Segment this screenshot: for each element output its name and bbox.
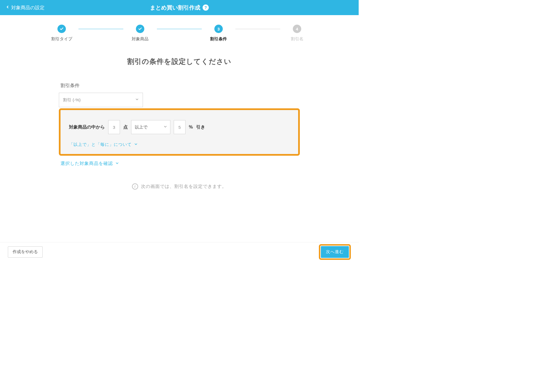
back-label: 対象商品の設定 [11,4,45,11]
suffix-label: 引き [196,124,205,130]
check-icon [57,25,66,33]
percent-symbol: % [189,125,193,130]
step-discount-condition: 3 割引条件 [202,25,235,42]
step-label: 対象商品 [132,36,149,42]
help-icon[interactable]: ? [203,4,209,11]
check-icon [136,25,144,33]
info-icon: i [132,183,138,190]
wizard-stepper: 割引タイプ 対象商品 3 割引条件 4 割引名 [0,25,359,42]
row-prefix-text: 対象商品の中から [69,124,105,130]
step-label: 割引名 [291,36,303,42]
operator-help-text: 「以上で」と「毎に」について [69,142,132,147]
percent-input[interactable] [174,120,185,134]
app-header: 対象商品の設定 まとめ買い割引作成 ? [0,0,359,15]
unit-label: 点 [123,124,128,130]
chevron-down-icon [115,161,119,166]
step-label: 割引タイプ [51,36,72,42]
step-connector [235,29,280,29]
operator-help-link[interactable]: 「以上で」と「毎に」について [69,142,138,147]
step-target-products: 対象商品 [123,25,157,42]
operator-value: 以上で [135,125,147,130]
step-number: 4 [293,25,301,33]
main-content: 割引の条件を設定してください 割引条件 割引 (-%) 対象商品の中から 点 以… [53,57,305,190]
discount-type-select[interactable]: 割引 (-%) [59,93,143,107]
operator-select[interactable]: 以上で [131,120,170,134]
footer-bar: 作成をやめる 次へ進む [0,242,359,261]
chevron-down-icon [163,125,167,130]
step-number: 3 [214,25,223,33]
condition-label: 割引条件 [61,82,300,89]
section-title: 割引の条件を設定してください [59,57,300,66]
info-line: i 次の画面では、割引名を設定できます。 [59,183,300,190]
condition-panel: 対象商品の中から 点 以上で % 引き 「以上で」と「毎に」について [59,108,300,156]
step-connector [78,29,123,29]
page-title: まとめ買い割引作成 [150,4,200,11]
step-discount-type: 割引タイプ [45,25,78,42]
next-button-highlight: 次へ進む [319,244,351,260]
discount-type-value: 割引 (-%) [63,97,81,103]
cancel-button[interactable]: 作成をやめる [8,246,43,258]
quantity-input[interactable] [108,120,120,134]
step-discount-name: 4 割引名 [280,25,314,42]
next-button[interactable]: 次へ進む [321,246,349,258]
step-connector [157,29,202,29]
step-label: 割引条件 [210,36,227,42]
confirm-products-text: 選択した対象商品を確認 [61,161,113,167]
back-button[interactable]: 対象商品の設定 [6,4,45,11]
chevron-left-icon [6,5,10,10]
confirm-products-link[interactable]: 選択した対象商品を確認 [61,161,119,167]
info-text: 次の画面では、割引名を設定できます。 [141,184,227,190]
chevron-down-icon [134,142,138,147]
